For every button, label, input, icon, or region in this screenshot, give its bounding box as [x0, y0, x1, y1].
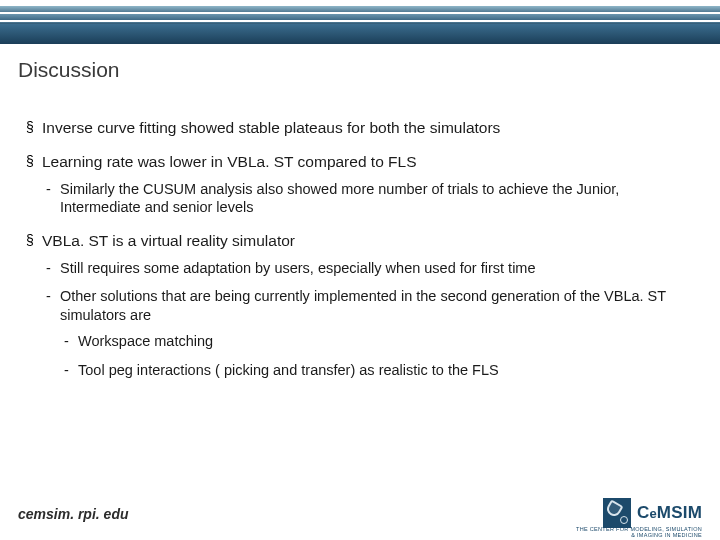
slide: Discussion Inverse curve fitting showed … [0, 0, 720, 540]
footer-url: cemsim. rpi. edu [18, 506, 128, 522]
sub-bullet-item: Other solutions that are being currently… [42, 287, 694, 379]
header-bar [0, 0, 720, 44]
bullet-item: VBLa. ST is a virtual reality simulatorS… [26, 231, 694, 380]
sub2-bullet-item: Tool peg interactions ( picking and tran… [60, 361, 694, 380]
sub-bullet-item: Still requires some adaptation by users,… [42, 259, 694, 278]
logo-tagline: THE CENTER FOR MODELING, SIMULATION & IM… [576, 526, 702, 538]
sub-bullet-item: Similarly the CUSUM analysis also showed… [42, 180, 694, 217]
cemsim-logo: CeMSIM [603, 498, 702, 528]
sub2-bullet-item: Workspace matching [60, 332, 694, 351]
slide-title: Discussion [0, 44, 720, 82]
slide-content: Inverse curve fitting showed stable plat… [0, 82, 720, 379]
logo-mark-icon [603, 498, 631, 528]
bullet-item: Inverse curve fitting showed stable plat… [26, 118, 694, 138]
logo-text: CeMSIM [637, 503, 702, 523]
bullet-item: Learning rate was lower in VBLa. ST comp… [26, 152, 694, 217]
